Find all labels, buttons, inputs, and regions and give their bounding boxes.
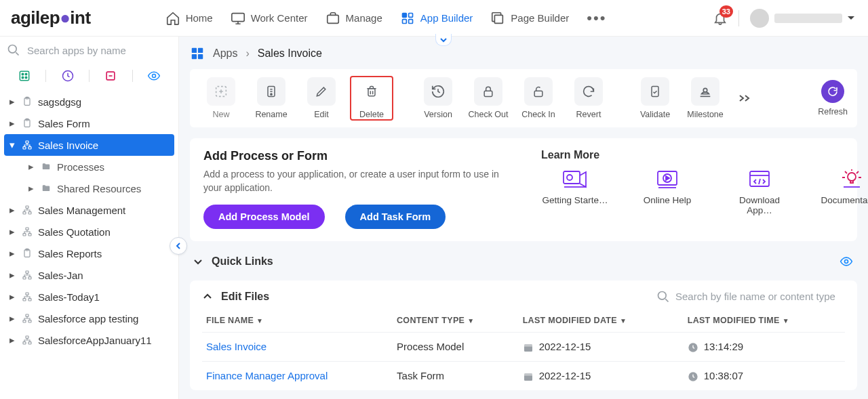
tree-item[interactable]: ▸sagsdgsg: [0, 91, 178, 112]
file-date: 2022-12-15: [539, 370, 591, 381]
tree-item[interactable]: ▸Salesforce app testing: [0, 308, 178, 329]
notifications-button[interactable]: 33: [713, 11, 728, 26]
col-file-name[interactable]: FILE NAME▼: [202, 310, 393, 333]
calendar-icon: [523, 342, 534, 353]
chevron-down-icon: [848, 16, 854, 23]
quick-links-toggle[interactable]: [193, 256, 203, 267]
sidebar-filters: [0, 64, 178, 91]
nav-page-builder-label: Page Builder: [511, 12, 569, 24]
filter-recent-button[interactable]: [54, 66, 81, 85]
tool-version[interactable]: Version: [416, 77, 460, 119]
learn-label: Getting Starte…: [542, 195, 608, 205]
sidebar-collapse-button[interactable]: [170, 237, 187, 255]
tool-rename-label: Rename: [255, 110, 287, 119]
nav-page-builder[interactable]: Page Builder: [490, 11, 569, 26]
tool-delete[interactable]: Delete: [350, 76, 393, 121]
expand-icon: ▸: [27, 182, 35, 194]
nav-manage[interactable]: Manage: [326, 11, 382, 26]
tool-revert[interactable]: Revert: [567, 77, 610, 119]
tool-milestone-label: Milestone: [687, 110, 724, 119]
add-task-form-button[interactable]: Add Task Form: [345, 205, 446, 229]
svg-point-62: [658, 291, 667, 299]
separator: [738, 10, 739, 26]
user-menu[interactable]: [750, 9, 854, 28]
tool-new[interactable]: New: [199, 77, 243, 119]
col-content-type[interactable]: CONTENT TYPE▼: [393, 310, 519, 333]
svg-point-7: [9, 45, 17, 54]
nav-app-builder[interactable]: App Builder: [400, 11, 473, 26]
learn-download-app[interactable]: Download App…: [726, 169, 793, 215]
files-search[interactable]: [656, 290, 845, 303]
svg-rect-1: [327, 15, 338, 23]
refresh-button[interactable]: Refresh: [818, 80, 848, 117]
tree-subitem[interactable]: ▸Processes: [0, 156, 178, 177]
tree-item-label: Sales-Jan: [38, 270, 83, 281]
tool-new-label: New: [212, 110, 229, 119]
nav-work-center[interactable]: Work Center: [231, 11, 308, 26]
table-row[interactable]: Sales Invoice Process Model 2022-12-15 1…: [202, 332, 845, 361]
add-process-model-button[interactable]: Add Process Model: [203, 205, 325, 229]
app-toolbar: New Rename Edit Delete Version Check Out…: [190, 69, 857, 127]
breadcrumb-root[interactable]: Apps: [213, 47, 237, 60]
nav-home[interactable]: Home: [165, 11, 213, 26]
history-icon: [424, 77, 452, 106]
tool-checkin[interactable]: Check In: [517, 77, 560, 119]
search-icon: [656, 290, 670, 303]
filter-visibility-button[interactable]: [140, 66, 167, 85]
tree-item[interactable]: ▸SalesforceAppJanuary11: [0, 329, 178, 351]
filter-archived-button[interactable]: [97, 66, 124, 85]
tree-item[interactable]: ▸Sales-Today1: [0, 286, 178, 308]
clock-icon: [688, 371, 698, 382]
svg-point-15: [153, 75, 156, 78]
file-link[interactable]: Sales Invoice: [206, 341, 267, 352]
tree-item[interactable]: ▸Sales Form: [0, 112, 178, 134]
file-link[interactable]: Finance Manager Approval: [206, 370, 328, 381]
svg-rect-8: [20, 71, 28, 80]
col-modified-time[interactable]: LAST MODIFIED TIME▼: [684, 310, 845, 333]
svg-rect-53: [652, 87, 658, 97]
files-search-input[interactable]: [675, 291, 845, 302]
learn-getting-started[interactable]: Getting Starte…: [541, 169, 609, 215]
svg-point-10: [25, 73, 27, 75]
svg-point-12: [25, 77, 27, 79]
tool-checkout[interactable]: Check Out: [467, 77, 510, 119]
apps-grid-icon[interactable]: [190, 46, 205, 61]
sidebar-search[interactable]: [0, 37, 178, 64]
chevron-left-icon: [175, 242, 182, 250]
expand-icon: ▸: [8, 312, 16, 324]
learn-online-help[interactable]: Online Help: [633, 169, 701, 215]
tool-rename[interactable]: Rename: [250, 77, 293, 119]
tool-validate-label: Validate: [640, 110, 670, 119]
nav-more-icon[interactable]: •••: [587, 9, 606, 27]
svg-rect-52: [534, 91, 542, 96]
tree-subitem[interactable]: ▸Shared Resources: [0, 177, 178, 199]
sidebar-search-input[interactable]: [27, 45, 169, 56]
filter-category-button[interactable]: [11, 66, 38, 85]
header-expand-handle[interactable]: [435, 34, 452, 46]
toolbar-more[interactable]: [734, 93, 755, 103]
svg-point-61: [845, 259, 848, 263]
tool-edit[interactable]: Edit: [300, 77, 343, 119]
add-section: Add Process or Form Add a process to you…: [190, 138, 857, 241]
col-modified-date[interactable]: LAST MODIFIED DATE▼: [519, 310, 684, 333]
expand-icon: ▸: [8, 96, 16, 108]
tree-item[interactable]: ▸Sales Quotation: [0, 221, 178, 243]
table-row[interactable]: Finance Manager Approval Task Form 2022-…: [202, 361, 845, 390]
learn-label: Documentation: [821, 195, 868, 205]
code-icon: [745, 169, 774, 190]
tool-validate[interactable]: Validate: [633, 77, 677, 119]
folder-icon: [41, 184, 52, 193]
tool-milestone[interactable]: Milestone: [684, 77, 727, 119]
svg-rect-24: [23, 212, 26, 214]
tree-item[interactable]: ▸Sales-Jan: [0, 264, 178, 286]
edit-files-toggle[interactable]: [202, 291, 213, 302]
learn-documentation[interactable]: Documentation: [818, 169, 868, 215]
tree-item[interactable]: ▸Sales Reports: [0, 243, 178, 264]
chevron-right-icon: ›: [245, 47, 249, 60]
folder-icon: [41, 162, 52, 171]
tree-item[interactable]: ▸Sales Management: [0, 199, 178, 221]
quick-links-visibility[interactable]: [838, 255, 854, 268]
briefcase-icon: [326, 11, 340, 26]
tree-item-selected[interactable]: ▾Sales Invoice: [4, 134, 174, 156]
svg-rect-4: [402, 19, 406, 23]
